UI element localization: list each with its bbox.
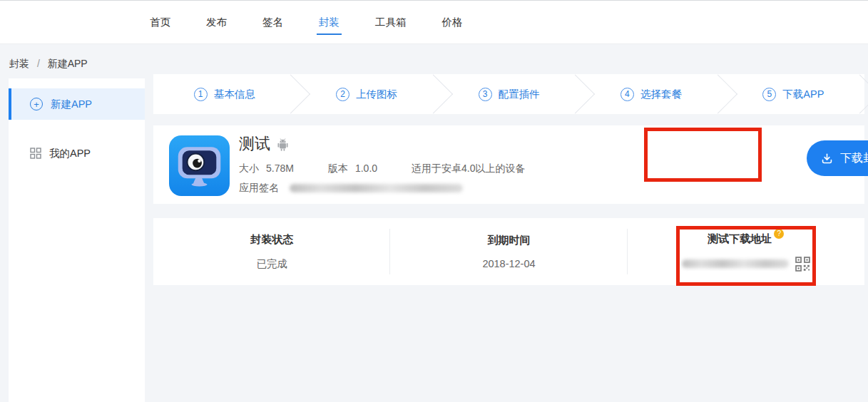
breadcrumb-new-app: 新建APP — [48, 58, 88, 69]
step-number-badge: 1 — [194, 88, 208, 101]
package-status-value: 已完成 — [256, 257, 287, 271]
expiry-date-value: 2018-12-04 — [482, 258, 535, 269]
download-package-button[interactable]: 下载封装包 — [807, 140, 868, 176]
sidebar-item-my-app[interactable]: 我的APP — [9, 138, 145, 169]
step-label: 下载APP — [782, 88, 824, 101]
step-number-badge: 4 — [621, 88, 634, 101]
main-nav: 首页 发布 签名 封装 工具箱 价格 — [150, 1, 463, 43]
breadcrumb: 封装 / 新建APP — [9, 58, 88, 71]
help-icon[interactable]: ? — [774, 229, 784, 239]
nav-item-home[interactable]: 首页 — [150, 0, 170, 44]
step-basic-info[interactable]: 1 基本信息 — [153, 74, 295, 114]
package-status-header: 封装状态 — [250, 233, 293, 247]
download-url-redacted — [682, 259, 789, 268]
nav-item-publish[interactable]: 发布 — [206, 0, 227, 44]
top-header: 首页 发布 签名 封装 工具箱 价格 — [0, 0, 868, 44]
download-icon — [820, 152, 834, 165]
grid-icon — [30, 148, 41, 159]
nav-item-sign[interactable]: 签名 — [262, 0, 283, 44]
step-configure-plugins[interactable]: 3 配置插件 — [438, 74, 580, 114]
step-label: 配置插件 — [499, 88, 540, 101]
step-number-badge: 5 — [762, 88, 776, 101]
app-name: 测试 — [239, 133, 270, 155]
app-compat-text: 适用于安卓4.0以上的设备 — [412, 163, 525, 175]
breadcrumb-separator: / — [37, 58, 40, 69]
step-wizard: 1 基本信息 2 上传图标 3 配置插件 4 选择套餐 5 下载APP — [153, 74, 864, 114]
app-info-card: 测试 大小 5.78M 版本 1.0.0 适用于安卓4.0以上的设备 — [153, 125, 864, 204]
app-size-label: 大小 — [239, 163, 259, 175]
column-test-download-url: 测试下载地址 ? — [628, 218, 864, 285]
sidebar-item-label: 我的APP — [49, 147, 91, 160]
expiry-date-header: 到期时间 — [487, 234, 530, 247]
breadcrumb-package[interactable]: 封装 — [9, 58, 29, 69]
plus-circle-icon: + — [30, 98, 43, 110]
sidebar-item-label: 新建APP — [51, 98, 92, 111]
app-signature-label: 应用签名 — [239, 182, 279, 195]
step-label: 基本信息 — [214, 88, 255, 101]
test-download-url-header: 测试下载地址 — [708, 232, 772, 246]
app-signature-redacted — [290, 184, 463, 192]
nav-item-package[interactable]: 封装 — [319, 0, 339, 44]
app-icon — [169, 135, 230, 196]
step-label: 选择套餐 — [640, 88, 682, 101]
nav-item-price[interactable]: 价格 — [442, 0, 463, 44]
app-version-label: 版本 — [328, 163, 348, 175]
step-select-plan[interactable]: 4 选择套餐 — [580, 74, 722, 114]
step-upload-icon[interactable]: 2 上传图标 — [295, 74, 437, 114]
status-table: 封装状态 已完成 到期时间 2018-12-04 测试下载地址 ? — [153, 218, 864, 285]
nav-item-toolbox[interactable]: 工具箱 — [375, 0, 407, 44]
download-button-label: 下载封装包 — [840, 151, 868, 166]
app-version-value: 1.0.0 — [355, 163, 377, 175]
android-icon — [277, 138, 289, 151]
step-number-badge: 2 — [336, 88, 349, 101]
app-size-value: 5.78M — [266, 163, 294, 175]
step-label: 上传图标 — [356, 88, 397, 101]
sidebar: + 新建APP 我的APP — [9, 78, 145, 402]
column-expiry-date: 到期时间 2018-12-04 — [390, 218, 627, 285]
app-details: 测试 大小 5.78M 版本 1.0.0 适用于安卓4.0以上的设备 — [239, 133, 526, 195]
step-download-app[interactable]: 5 下载APP — [723, 74, 864, 114]
column-package-status: 封装状态 已完成 — [153, 218, 390, 285]
sidebar-item-new-app[interactable]: + 新建APP — [9, 88, 145, 120]
step-number-badge: 3 — [479, 88, 492, 101]
qr-code-icon[interactable] — [795, 257, 810, 272]
